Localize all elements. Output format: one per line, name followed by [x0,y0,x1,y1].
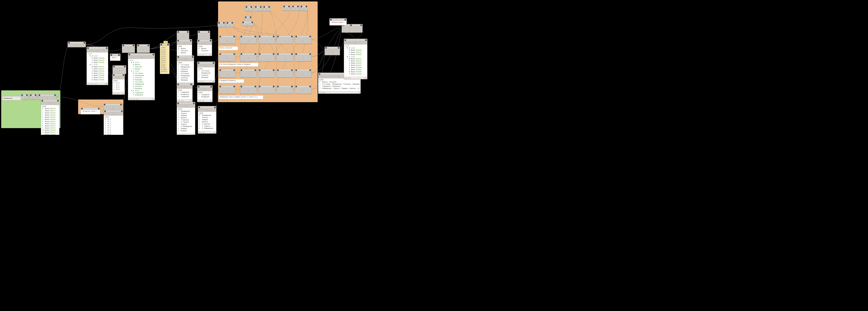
small-node[interactable]: › [254,6,262,11]
list-k-list[interactable]: ›List0К.31К.12К.23К.4|L2 |L1|4 [112,73,125,95]
small-node[interactable]: › [244,16,252,22]
small-node[interactable]: › [258,69,275,77]
list-item: 42 Балкон [199,123,215,125]
small-node[interactable]: › [277,53,293,62]
list-item: 1Тераса [199,117,215,119]
list-item: 2К.2 [114,86,124,88]
small-node[interactable]: › [277,69,293,77]
list-item: 3К.4 [114,88,124,91]
small-node[interactable]: › [198,31,210,40]
small-node[interactable]: › [219,35,236,44]
list-item: 3Коридор [198,76,214,79]
list-item: 0Гостиная [198,70,214,72]
list-item: 6Тераса [178,123,194,125]
small-node[interactable]: › [21,94,28,100]
tree-item: 2 Room258445 [345,62,366,64]
list-item: 52 Тераса [178,121,194,123]
tree-item: ▼ 1 List [129,70,154,72]
small-node[interactable]: › [219,69,236,77]
small-node[interactable]: › [324,46,340,55]
small-node[interactable]: › [292,5,299,11]
list-item: 4К.1 [105,127,122,129]
list-item: 2К.1 [105,123,122,125]
small-node[interactable]: › [38,94,57,100]
small-node[interactable]: › [122,44,135,53]
tree-item: 1 Room258453 [345,52,366,54]
list-item: 1Кладовка [178,93,191,96]
tree-item: List [345,45,366,47]
small-node[interactable]: › [113,65,126,74]
small-node[interactable]: › [218,22,225,27]
list-k-long[interactable]: ›List0К.31К.12К.13К.14К.15К.26К.27К.38К.… [104,110,123,135]
small-node[interactable]: › [219,85,236,94]
list-item: 4Гостиная [178,72,193,75]
small-node[interactable]: › [295,35,312,44]
small-node[interactable]: › [103,103,122,110]
list-item: 72 Помещение [178,125,194,128]
code-string[interactable]: "Имя"; [110,54,121,61]
small-node[interactable]: › [219,53,236,62]
list-liv8[interactable]: ›List0Гостиная1Помещение2Спальня3Коридор… [177,56,194,85]
small-node[interactable]: › [137,44,150,53]
code-string[interactable]: "Отделка пола"; [81,107,100,115]
tree-item: 1 Санузел [129,66,154,68]
list-item: 3Коридор [178,70,193,72]
small-node[interactable]: › [295,69,312,77]
list-liv4[interactable]: ›List0Гостиная1Помещение2Спальня3Коридор… [197,62,215,83]
list-names-tree[interactable]: ›List▼ 0 List0 Ванна1 Санузел2 Ванна▼ 1 … [128,53,155,100]
list-bal7[interactable]: ›List0Помещение1Тераса2Лоджия3Балкон42 Б… [198,106,216,134]
small-node[interactable]: › [29,94,37,100]
set-label: {Гардероб,Кладовая} [219,79,244,83]
list-item: 2Спальня [198,74,214,76]
list-item: 0К.3 [105,118,122,120]
list-rooms-tree[interactable]: ›List▼ 0 List0 Room2584391 Room2584532 R… [87,46,108,85]
small-node[interactable]: › [240,35,257,44]
tree-item: ▼ 0 List [345,47,366,49]
list-bath2[interactable]: ›List0Ванна1Санузел|L2 |L1|2 [197,39,212,56]
list-item: 1Room258441 [42,110,58,112]
tree-item: 0 Room258439 [88,57,107,59]
small-node[interactable]: › [258,85,275,94]
small-node[interactable]: › [295,53,312,62]
list-item: 9Балкон [178,130,194,132]
small-node[interactable]: › [295,85,312,94]
tree-item: 2 Ванна [129,68,154,70]
small-node[interactable]: › [226,22,234,27]
list-gar3[interactable]: ›List0Гардероб1Кладовка2Гардероб|L2 |L1|… [177,83,193,102]
tree-item: 1 Room258453 [88,59,107,62]
list-item: 52 Тераса [199,125,215,127]
small-node[interactable]: › [277,35,293,44]
small-node[interactable]: › [240,85,257,94]
small-node[interactable]: › [263,6,271,11]
small-node[interactable]: › [240,53,257,62]
small-node[interactable]: › [68,41,86,48]
categories-dropdown[interactable]: Помещения [2,96,23,100]
small-node[interactable]: › [277,85,293,94]
tree-item: 1 Room258443 [88,68,107,70]
code-block[interactable]: p[0];p[1];p[2];p[3];p[4];p[5];p[6];p[7];… [160,43,169,74]
list-rooms-green[interactable]: ›List0Room2584391Room2584412Room2584423R… [41,99,59,135]
list-item: 1Гостиная, Помещение, Спальня, Коридор [319,83,360,85]
list-item: 2Лоджия [178,115,194,117]
small-node[interactable]: › [242,21,254,26]
list-bal10[interactable]: ›List0Помещение1Тераса2Лоджия3Балкон42 Б… [177,102,195,135]
set-label: {Ванна,Санузел} [219,46,238,50]
small-node[interactable]: › [258,35,275,44]
small-node[interactable]: › [245,6,253,11]
small-node[interactable]: › [240,69,257,77]
tree-item: 4 Гостиная [129,81,154,83]
small-node[interactable]: › [283,5,290,11]
list-item: 9Room259525 [42,127,58,129]
list-item: 8Room259522 [42,125,58,127]
list-item: 2Гардероб [178,96,191,98]
small-node[interactable]: › [177,31,189,40]
list-gar2[interactable]: ›List0Гардероб1Кладовая|L2 |L1|2 [197,85,213,102]
small-node[interactable]: › [300,5,308,11]
list-rooms-out[interactable]: ›List▼ 0 List0 Room2584391 Room2584532 R… [344,39,367,79]
list-item: 2Гардероб, Кладовая [319,85,360,88]
small-node[interactable]: › [350,24,363,33]
small-node[interactable]: › [258,53,275,62]
tree-item: 2 Спальня [129,77,154,79]
code-string[interactable]: "Комментарии"; [330,18,347,26]
tree-item: 3 Room258447 [345,64,366,67]
